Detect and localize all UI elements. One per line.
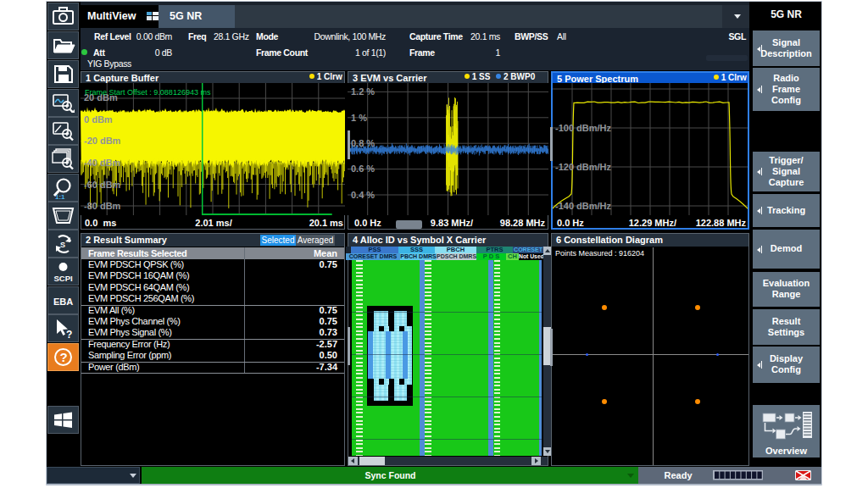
svg-text:?: ?: [60, 350, 68, 364]
svg-text:EBA: EBA: [53, 297, 73, 307]
svg-text:S: S: [60, 241, 65, 249]
svg-text:?: ?: [66, 329, 72, 341]
svg-text:1:1: 1:1: [55, 193, 65, 201]
svg-text:SCPI: SCPI: [54, 274, 73, 283]
